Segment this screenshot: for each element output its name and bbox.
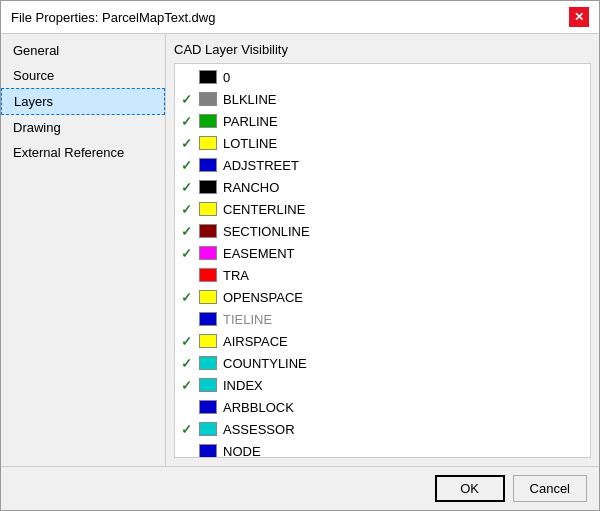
layer-name: TRA — [223, 268, 249, 283]
layer-name: CENTERLINE — [223, 202, 305, 217]
sidebar: GeneralSourceLayersDrawingExternal Refer… — [1, 34, 166, 466]
sidebar-item-drawing[interactable]: Drawing — [1, 115, 165, 140]
layer-name: RANCHO — [223, 180, 279, 195]
layer-name: OPENSPACE — [223, 290, 303, 305]
content-title: CAD Layer Visibility — [174, 42, 591, 57]
layer-row[interactable]: ✓OPENSPACE — [175, 286, 590, 308]
footer: OK Cancel — [1, 466, 599, 510]
layer-check: ✓ — [181, 180, 199, 195]
layer-color-swatch — [199, 356, 217, 370]
layer-row[interactable]: ✓PARLINE — [175, 110, 590, 132]
dialog: File Properties: ParcelMapText.dwg ✕ Gen… — [0, 0, 600, 511]
dialog-body: GeneralSourceLayersDrawingExternal Refer… — [1, 34, 599, 466]
layer-name: ASSESSOR — [223, 422, 295, 437]
layer-color-swatch — [199, 290, 217, 304]
layer-check: ✓ — [181, 334, 199, 349]
layer-row[interactable]: ✓COUNTYLINE — [175, 352, 590, 374]
layer-name: BLKLINE — [223, 92, 276, 107]
layer-color-swatch — [199, 268, 217, 282]
sidebar-item-external-reference[interactable]: External Reference — [1, 140, 165, 165]
sidebar-item-layers[interactable]: Layers — [1, 88, 165, 115]
layer-row[interactable]: ✓AIRSPACE — [175, 330, 590, 352]
layer-name: PARLINE — [223, 114, 278, 129]
close-button[interactable]: ✕ — [569, 7, 589, 27]
layer-row[interactable]: ✓INDEX — [175, 374, 590, 396]
layer-color-swatch — [199, 312, 217, 326]
layer-row[interactable]: ✓SECTIONLINE — [175, 220, 590, 242]
layer-name: AIRSPACE — [223, 334, 288, 349]
dialog-title: File Properties: ParcelMapText.dwg — [11, 10, 215, 25]
layer-row[interactable]: ✓RANCHO — [175, 176, 590, 198]
layer-color-swatch — [199, 444, 217, 457]
layer-color-swatch — [199, 180, 217, 194]
layer-check: ✓ — [181, 246, 199, 261]
layer-color-swatch — [199, 92, 217, 106]
layer-color-swatch — [199, 70, 217, 84]
cancel-button[interactable]: Cancel — [513, 475, 587, 502]
layer-check: ✓ — [181, 224, 199, 239]
layer-name: COUNTYLINE — [223, 356, 307, 371]
layer-row[interactable]: ✓ADJSTREET — [175, 154, 590, 176]
layer-row[interactable]: ✓EASEMENT — [175, 242, 590, 264]
layer-color-swatch — [199, 136, 217, 150]
layer-name: EASEMENT — [223, 246, 295, 261]
layer-name: ARBBLOCK — [223, 400, 294, 415]
layer-row[interactable]: ✓LOTLINE — [175, 132, 590, 154]
sidebar-item-general[interactable]: General — [1, 38, 165, 63]
content-area: CAD Layer Visibility 0✓BLKLINE✓PARLINE✓L… — [166, 34, 599, 466]
layer-check: ✓ — [181, 422, 199, 437]
layer-check: ✓ — [181, 114, 199, 129]
sidebar-item-source[interactable]: Source — [1, 63, 165, 88]
layer-name: TIELINE — [223, 312, 272, 327]
layer-name: LOTLINE — [223, 136, 277, 151]
layer-color-swatch — [199, 202, 217, 216]
layer-check: ✓ — [181, 202, 199, 217]
layer-color-swatch — [199, 400, 217, 414]
layer-check: ✓ — [181, 290, 199, 305]
layer-name: SECTIONLINE — [223, 224, 310, 239]
layer-name: INDEX — [223, 378, 263, 393]
layer-row[interactable]: TIELINE — [175, 308, 590, 330]
layer-name: 0 — [223, 70, 230, 85]
layer-row[interactable]: ARBBLOCK — [175, 396, 590, 418]
layer-color-swatch — [199, 378, 217, 392]
layer-check: ✓ — [181, 158, 199, 173]
layer-color-swatch — [199, 422, 217, 436]
layer-row[interactable]: NODE — [175, 440, 590, 457]
layer-row[interactable]: ✓BLKLINE — [175, 88, 590, 110]
layer-color-swatch — [199, 158, 217, 172]
layer-color-swatch — [199, 334, 217, 348]
layer-name: NODE — [223, 444, 261, 458]
layer-color-swatch — [199, 114, 217, 128]
layer-color-swatch — [199, 246, 217, 260]
layer-row[interactable]: 0 — [175, 66, 590, 88]
layer-row[interactable]: TRA — [175, 264, 590, 286]
layer-row[interactable]: ✓ASSESSOR — [175, 418, 590, 440]
layer-check: ✓ — [181, 378, 199, 393]
layer-check: ✓ — [181, 136, 199, 151]
layer-list: 0✓BLKLINE✓PARLINE✓LOTLINE✓ADJSTREET✓RANC… — [175, 64, 590, 457]
layer-color-swatch — [199, 224, 217, 238]
layer-list-container: 0✓BLKLINE✓PARLINE✓LOTLINE✓ADJSTREET✓RANC… — [174, 63, 591, 458]
layer-check: ✓ — [181, 356, 199, 371]
ok-button[interactable]: OK — [435, 475, 505, 502]
layer-name: ADJSTREET — [223, 158, 299, 173]
title-bar: File Properties: ParcelMapText.dwg ✕ — [1, 1, 599, 34]
layer-row[interactable]: ✓CENTERLINE — [175, 198, 590, 220]
layer-check: ✓ — [181, 92, 199, 107]
